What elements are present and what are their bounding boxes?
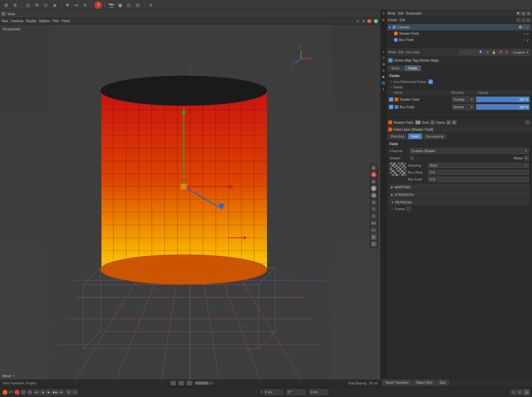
render-icon[interactable]: ▣	[116, 1, 124, 9]
menu-filter[interactable]: Filter	[52, 19, 59, 23]
viewport-tool-icon[interactable]: C	[373, 19, 379, 23]
vp-bottom-icon1[interactable]	[170, 381, 176, 385]
shader-row-blending[interactable]: Overlay ▼	[452, 97, 475, 102]
cyl-lock-icon[interactable]	[523, 26, 526, 29]
cyl-vis-icon[interactable]: ✓	[526, 26, 529, 29]
hier-sub-create[interactable]: Create	[388, 18, 397, 22]
question-icon[interactable]: ?	[94, 1, 102, 9]
back-btn[interactable]: ←	[459, 50, 465, 55]
bottom-dot-icon[interactable]	[15, 390, 20, 395]
box-row-blending[interactable]: Normal ▼	[452, 104, 475, 110]
shader-row-checkbox[interactable]: ✓	[389, 97, 393, 102]
transport-play[interactable]: ▶	[46, 389, 52, 395]
tab-basic[interactable]: Basic	[388, 65, 404, 71]
expand-btn[interactable]: ⊡	[504, 50, 509, 55]
rotate-icon[interactable]: ↻	[82, 1, 89, 9]
object-rel-btn[interactable]: Object (Rel)	[413, 380, 435, 385]
vp-icon-fx[interactable]: ⊛	[371, 234, 377, 240]
viewport-ctrl-1[interactable]: ↓	[344, 19, 349, 23]
up-btn[interactable]: ↑	[472, 50, 478, 55]
prop-icon-render[interactable]: ▣	[381, 74, 386, 79]
search-icon[interactable]: 🔍	[516, 11, 521, 16]
viewport-ctrl-3[interactable]: ⊡	[356, 19, 360, 23]
h-icon-1[interactable]: ☰	[381, 11, 386, 16]
vp-icon-6[interactable]: ⊕	[371, 199, 377, 205]
blur-offset-field[interactable]: 0 %	[428, 170, 529, 175]
display-icon[interactable]: ⊙	[42, 1, 50, 9]
bottom-circle-icon[interactable]	[21, 390, 26, 395]
transport-prev[interactable]: ◀	[40, 389, 45, 395]
bottom-view-btn2[interactable]: ⊡	[72, 389, 78, 395]
blur-scale-field[interactable]: 0 %	[428, 177, 529, 182]
vp-icon-3[interactable]: ◐	[371, 179, 377, 184]
prop-icon-tag[interactable]: ◈	[381, 49, 386, 54]
grid-icon[interactable]: ⊞	[3, 1, 10, 9]
transport-end[interactable]: ⏭	[59, 389, 64, 395]
bottom-speaker-icon[interactable]: ♪	[3, 390, 8, 395]
render2-icon[interactable]: ⊡	[125, 1, 133, 9]
bottom-right-icon[interactable]: ⊲	[524, 389, 529, 395]
vp-bottom-icon2[interactable]	[178, 381, 184, 385]
viewport-area[interactable]: Perspective Default Camera	[0, 25, 380, 387]
mapping-header[interactable]: ▶ MAPPING	[389, 184, 529, 190]
refresh-header[interactable]: ▼ REFRESH	[389, 199, 529, 205]
texture-thumbnail[interactable]	[390, 162, 407, 176]
tree-item-box-field[interactable]: B Box Field ✓ ✓	[388, 37, 531, 43]
sub-tab-blending[interactable]: Blending	[388, 133, 408, 139]
scale-icon[interactable]: ⇔	[73, 1, 80, 9]
transport-back[interactable]: ⏮	[33, 389, 39, 395]
props-userdata-menu[interactable]: User Data	[405, 50, 420, 54]
h-icon-2[interactable]: ⊞	[381, 18, 386, 22]
x-field[interactable]: 0 cm	[264, 389, 283, 395]
viewport-ctrl-4[interactable]: ⊞	[361, 19, 366, 23]
vp-icon-1[interactable]: ◈	[371, 165, 377, 170]
view-toggle-icon[interactable]: ⊲	[147, 1, 154, 9]
box-row-opacity[interactable]: 100 %	[476, 104, 530, 110]
bottom-view-btn1[interactable]: ⊞	[66, 389, 71, 395]
box-vis-icon[interactable]: ✓	[526, 38, 529, 41]
prop-icon-info[interactable]: ℹ	[381, 87, 386, 92]
vp-slider[interactable]	[195, 382, 214, 385]
hier-sub-edit2[interactable]: Edit	[400, 18, 405, 22]
tree-item-shader-field[interactable]: S Shader Field ✓ ✓	[388, 30, 531, 37]
vp-bottom-icon3[interactable]	[187, 381, 192, 385]
props-mode-menu[interactable]: Mode	[388, 50, 396, 54]
search-btn[interactable]: 🔍	[478, 50, 484, 55]
channel-dropdown[interactable]: Custom Shader ▼	[410, 148, 529, 154]
bottom-circle2-icon[interactable]	[27, 390, 32, 395]
pin-btn[interactable]: 📌	[497, 50, 503, 55]
strength-header[interactable]: ▶ STRENGTH	[389, 192, 529, 198]
tab-fields[interactable]: Fields	[404, 65, 421, 71]
frame-checkbox[interactable]	[406, 207, 411, 211]
filter-icon[interactable]: ▤	[521, 11, 526, 16]
cursor-icon[interactable]: ⊕	[11, 1, 19, 9]
vp-icon-7[interactable]: ✦	[371, 206, 377, 212]
reset-transform-btn[interactable]: Reset Transform	[383, 380, 412, 385]
hier-icon-plus[interactable]: +	[516, 18, 521, 22]
menu-options[interactable]: Options	[39, 19, 50, 23]
bottom-r-btn1[interactable]: ⊡	[511, 389, 516, 395]
menu-display[interactable]: Display	[26, 19, 36, 23]
custom-dropdown[interactable]: Custom ▼	[511, 49, 530, 56]
render3-icon[interactable]: ⊟	[134, 1, 142, 9]
prop-icon-scene[interactable]: ◎	[381, 68, 386, 73]
viewport-ctrl-5[interactable]: ●	[367, 19, 372, 23]
settings-icon[interactable]: ⊞	[526, 11, 531, 16]
lower-expand-icon[interactable]: ⊡	[525, 120, 530, 125]
menu-view[interactable]: View	[1, 19, 8, 23]
target-icon[interactable]: ◎	[24, 1, 32, 9]
viewport-ctrl-2[interactable]: ↑	[350, 19, 354, 23]
shader-vis-icon[interactable]: ✓	[526, 32, 529, 35]
prop-icon-obj[interactable]: ⊡	[381, 56, 386, 60]
lower-tool-icon1[interactable]: ⊡	[446, 120, 451, 125]
vp-icon-4[interactable]: ●	[371, 186, 377, 191]
box-row-checkbox[interactable]: ✓	[389, 105, 393, 109]
lower-solid-label[interactable]: Solid	[422, 121, 429, 124]
menu-cameras[interactable]: Cameras	[11, 19, 24, 23]
forward-btn[interactable]: →	[466, 50, 471, 55]
shader-icon-btn[interactable]: ⊡	[524, 156, 529, 161]
sub-tab-remapping[interactable]: Remapping	[423, 133, 447, 139]
prop-icon-mat[interactable]: ◑	[381, 62, 386, 66]
sub-tab-field[interactable]: Field	[408, 133, 422, 139]
hier-menu-bookmarks[interactable]: Bookmarks	[406, 12, 422, 15]
